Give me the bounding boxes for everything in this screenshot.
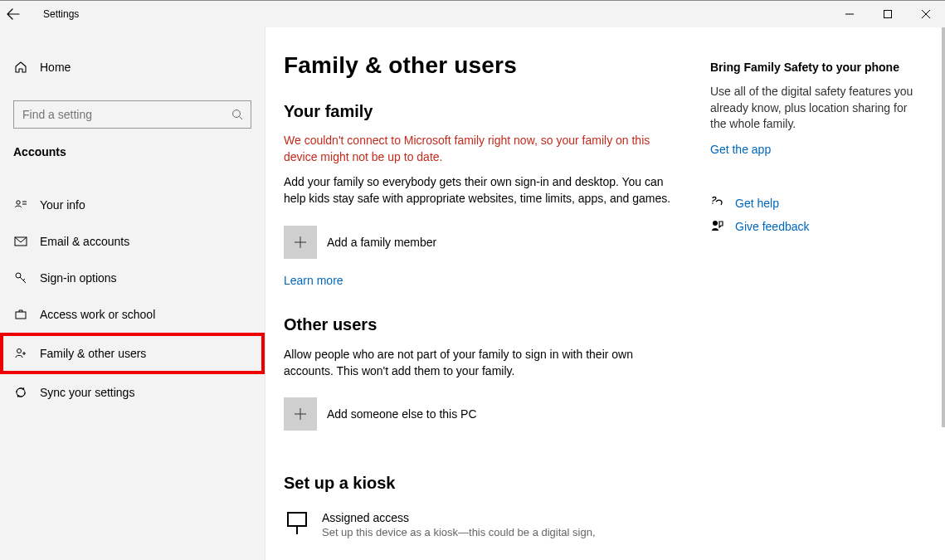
help-icon	[710, 196, 725, 211]
assigned-access-item[interactable]: Assigned access Set up this device as a …	[284, 511, 672, 538]
person-add-icon	[13, 346, 28, 361]
nav-signin-options[interactable]: Sign-in options	[0, 260, 265, 296]
plus-icon-svg	[293, 407, 308, 421]
svg-rect-0	[884, 11, 892, 18]
home-icon	[13, 60, 28, 75]
svg-rect-7	[288, 513, 306, 526]
svg-point-8	[712, 202, 714, 204]
get-help-link[interactable]: Get help	[735, 197, 779, 210]
add-other-user-button[interactable]: Add someone else to this PC	[284, 397, 672, 431]
kiosk-heading: Set up a kiosk	[284, 474, 672, 493]
nav-home[interactable]: Home	[0, 49, 265, 85]
window-title: Settings	[33, 8, 79, 20]
other-users-body: Allow people who are not part of your fa…	[284, 346, 672, 380]
svg-point-1	[233, 110, 241, 118]
nav-item-label: Sign-in options	[40, 271, 117, 285]
give-feedback-row[interactable]: Give feedback	[710, 219, 920, 234]
kiosk-icon	[284, 511, 310, 538]
nav-item-label: Family & other users	[40, 347, 146, 360]
mail-icon	[13, 234, 28, 249]
give-feedback-link[interactable]: Give feedback	[735, 220, 810, 233]
assigned-access-title: Assigned access	[322, 511, 596, 524]
add-family-label: Add a family member	[327, 236, 436, 249]
plus-icon-svg	[293, 235, 308, 250]
nav-home-label: Home	[40, 61, 71, 74]
svg-rect-5	[16, 312, 26, 319]
nav-item-label: Email & accounts	[40, 235, 129, 248]
window-controls	[831, 1, 945, 27]
side-column: Bring Family Safety to your phone Use al…	[672, 27, 945, 560]
promo-heading: Bring Family Safety to your phone	[710, 61, 920, 74]
family-error-text: We couldn't connect to Microsoft family …	[284, 133, 672, 165]
arrow-left-icon	[7, 7, 20, 21]
main-area: Family & other users Your family We coul…	[265, 27, 945, 560]
nav-email-accounts[interactable]: Email & accounts	[0, 223, 265, 260]
nav-sync-settings[interactable]: Sync your settings	[0, 374, 265, 411]
svg-point-9	[713, 221, 718, 226]
promo-body: Use all of the digital safety features y…	[710, 84, 920, 133]
close-button[interactable]	[907, 1, 945, 27]
your-family-heading: Your family	[284, 102, 672, 121]
plus-icon	[284, 397, 317, 431]
svg-point-6	[17, 349, 22, 353]
briefcase-icon	[13, 307, 28, 322]
scrollbar-thumb[interactable]	[942, 27, 945, 427]
titlebar: Settings	[0, 1, 945, 27]
search-box[interactable]	[13, 100, 251, 129]
nav-item-label: Sync your settings	[40, 386, 134, 399]
svg-point-2	[17, 201, 20, 204]
maximize-button[interactable]	[869, 1, 907, 27]
category-header: Accounts	[0, 145, 265, 170]
minimize-icon	[845, 10, 854, 18]
back-button[interactable]	[7, 7, 33, 21]
add-other-user-label: Add someone else to this PC	[327, 407, 477, 421]
nav-item-label: Your info	[40, 198, 85, 212]
search-input[interactable]	[13, 100, 251, 129]
minimize-button[interactable]	[831, 1, 869, 27]
scrollbar[interactable]	[942, 27, 945, 560]
nav-family-other-users[interactable]: Family & other users	[0, 333, 265, 374]
get-app-link[interactable]: Get the app	[710, 143, 920, 156]
family-body-text: Add your family so everybody gets their …	[284, 173, 672, 207]
plus-icon	[284, 226, 317, 259]
person-card-icon	[13, 197, 28, 212]
search-icon	[231, 109, 243, 120]
nav-access-work-school[interactable]: Access work or school	[0, 296, 265, 333]
close-icon	[922, 10, 930, 18]
sidebar: Home Accounts Your info	[0, 27, 265, 560]
add-family-member-button[interactable]: Add a family member	[284, 226, 672, 259]
nav-your-info[interactable]: Your info	[0, 187, 265, 223]
maximize-icon	[884, 10, 892, 18]
page-title: Family & other users	[284, 52, 672, 79]
get-help-row[interactable]: Get help	[710, 196, 920, 211]
sync-icon	[13, 385, 28, 400]
other-users-heading: Other users	[284, 315, 672, 334]
nav-item-label: Access work or school	[40, 308, 155, 321]
assigned-access-subtitle: Set up this device as a kiosk—this could…	[322, 526, 596, 538]
key-icon	[13, 270, 28, 285]
learn-more-link[interactable]: Learn more	[284, 274, 672, 287]
feedback-icon	[710, 219, 725, 234]
